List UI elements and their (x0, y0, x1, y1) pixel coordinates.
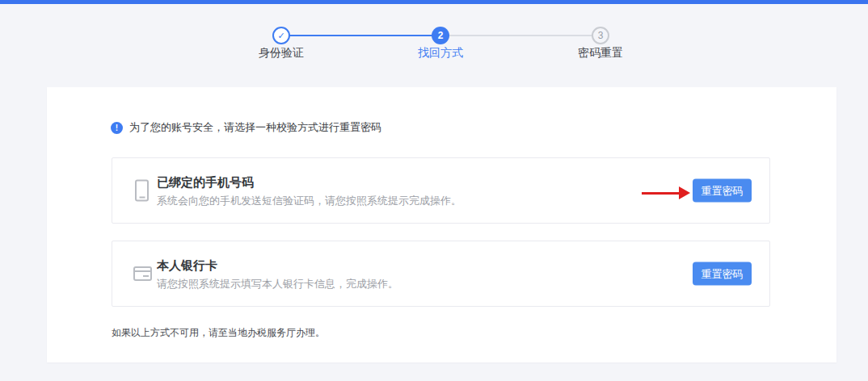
red-arrow-head (679, 186, 690, 199)
stepper-connector-todo (440, 35, 600, 36)
security-notice-text: 为了您的账号安全，请选择一种校验方式进行重置密码 (129, 120, 381, 135)
step-1-check-icon: ✓ (272, 27, 290, 44)
step-1-label: 身份验证 (233, 46, 330, 61)
main-panel: ! 为了您的账号安全，请选择一种校验方式进行重置密码 已绑定的手机号码 系统会向… (47, 87, 836, 362)
security-notice: ! 为了您的账号安全，请选择一种校验方式进行重置密码 (111, 120, 381, 135)
info-icon: ! (111, 122, 123, 134)
option-card-bankcard: 本人银行卡 请您按照系统提示填写本人银行卡信息，完成操作。 重置密码 (112, 241, 770, 307)
reset-password-button-bankcard[interactable]: 重置密码 (693, 262, 752, 286)
step-3-number: 3 (598, 30, 604, 41)
step-2-number: 2 (438, 30, 444, 41)
step-2-indicator: 2 (432, 27, 449, 44)
bank-card-icon (133, 266, 152, 281)
check-icon: ✓ (277, 31, 284, 41)
option-description: 系统会向您的手机发送短信验证码，请您按照系统提示完成操作。 (157, 194, 461, 208)
step-3-label: 密码重置 (552, 46, 649, 61)
footer-note: 如果以上方式不可用，请至当地办税服务厅办理。 (112, 326, 325, 340)
option-title: 本人银行卡 (157, 258, 217, 274)
red-arrow-shaft (642, 192, 679, 195)
step-2-label: 找回方式 (392, 46, 489, 61)
step-3-indicator: 3 (592, 27, 609, 44)
option-title: 已绑定的手机号码 (157, 175, 254, 190)
progress-stepper: ✓ 2 3 身份验证 找回方式 密码重置 (0, 0, 868, 73)
reset-password-button-phone[interactable]: 重置密码 (693, 179, 752, 203)
phone-icon (135, 180, 149, 202)
stepper-connector-done (281, 35, 440, 36)
option-description: 请您按照系统提示填写本人银行卡信息，完成操作。 (157, 277, 398, 291)
red-arrow-annotation (642, 186, 690, 200)
